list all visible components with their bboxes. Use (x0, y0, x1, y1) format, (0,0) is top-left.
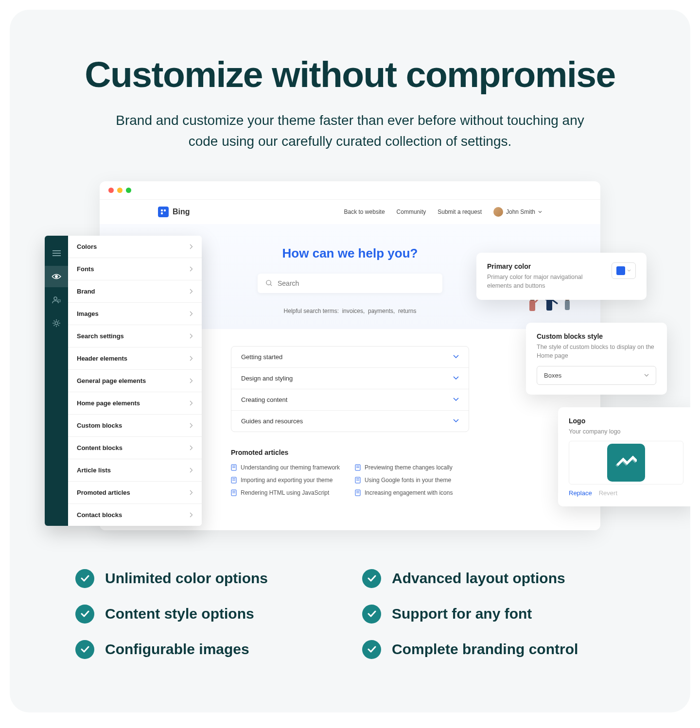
feature-list: Unlimited color options Advanced layout … (56, 569, 644, 659)
logo-icon (607, 444, 645, 482)
sidebar-item-home[interactable]: Home page elements (68, 392, 202, 415)
color-swatch (616, 266, 625, 275)
sidebar-item-images[interactable]: Images (68, 303, 202, 325)
document-icon (231, 489, 237, 496)
search-input[interactable] (258, 274, 442, 293)
user-name: John Smith (506, 208, 535, 215)
accordion-item[interactable]: Design and styling (231, 368, 469, 389)
sidebar-item-brand[interactable]: Brand (68, 280, 202, 303)
site-brand[interactable]: Bing (158, 207, 190, 217)
search-field[interactable] (278, 279, 435, 287)
page-title: Customize without compromise (56, 53, 644, 95)
article-link[interactable]: Previewing theme changes locally (355, 464, 469, 471)
feature-item: Advanced layout options (362, 569, 625, 588)
sidebar-item-colors[interactable]: Colors (68, 236, 202, 258)
sidebar-item-search[interactable]: Search settings (68, 325, 202, 347)
document-icon (231, 477, 237, 484)
setting-title: Logo (569, 417, 683, 425)
feature-item: Configurable images (75, 640, 338, 659)
marketing-card: Customize without compromise Brand and c… (10, 10, 690, 712)
page-subtitle: Brand and customize your theme faster th… (107, 110, 593, 152)
chevron-down-icon (627, 269, 631, 272)
sidebar-item-fonts[interactable]: Fonts (68, 258, 202, 280)
svg-rect-8 (529, 300, 535, 311)
promoted-title: Promoted articles (231, 449, 469, 456)
check-icon (362, 605, 381, 624)
rail-menu-icon[interactable] (45, 243, 68, 264)
nav-community[interactable]: Community (397, 208, 426, 215)
sidebar-item-promoted[interactable]: Promoted articles (68, 482, 202, 504)
setting-primary-color: Primary color Primary color for major na… (476, 253, 647, 300)
accordion-item[interactable]: Creating content (231, 389, 469, 411)
chevron-right-icon (190, 356, 193, 361)
window-min-dot[interactable] (117, 188, 122, 193)
svg-point-38 (54, 297, 57, 300)
feature-item: Content style options (75, 605, 338, 624)
sidebar-item-article[interactable]: Article lists (68, 459, 202, 482)
brand-name: Bing (173, 208, 190, 216)
setting-logo: Logo Your company logo Replace Revert (558, 407, 690, 506)
search-icon (265, 279, 273, 287)
sidebar-item-custom[interactable]: Custom blocks (68, 415, 202, 437)
article-link[interactable]: Understanding our theming framework (231, 464, 345, 471)
sidebar-item-content[interactable]: Content blocks (68, 437, 202, 459)
rail-gear-icon[interactable] (45, 312, 68, 334)
color-picker[interactable] (612, 262, 636, 279)
svg-rect-0 (161, 209, 163, 211)
revert-button[interactable]: Revert (599, 489, 617, 497)
feature-label: Configurable images (105, 641, 249, 658)
chevron-down-icon (453, 355, 459, 359)
article-link[interactable]: Using Google fonts in your theme (355, 477, 469, 484)
article-link[interactable]: Increasing engagement with icons (355, 489, 469, 496)
sidebar-item-general[interactable]: General page elements (68, 370, 202, 392)
article-link[interactable]: Rendering HTML using JavaScript (231, 489, 345, 496)
chevron-down-icon (453, 398, 459, 401)
accordion-item[interactable]: Getting started (231, 347, 469, 368)
sidebar-panel: Colors Fonts Brand Images Search setting… (68, 236, 202, 526)
document-icon (231, 464, 237, 471)
site-header: Bing Back to website Community Submit a … (100, 200, 600, 224)
window-max-dot[interactable] (126, 188, 131, 193)
chevron-down-icon (644, 374, 649, 377)
setting-title: Primary color (487, 262, 605, 270)
chevron-right-icon (190, 244, 193, 249)
setting-desc: Primary color for major navigational ele… (487, 273, 605, 290)
chevron-right-icon (190, 445, 193, 451)
sidebar-item-contact[interactable]: Contact blocks (68, 504, 202, 526)
svg-point-40 (55, 322, 58, 325)
user-menu[interactable]: John Smith (493, 207, 542, 217)
feature-label: Unlimited color options (105, 570, 268, 587)
svg-point-3 (266, 280, 271, 285)
rail-eye-icon[interactable] (45, 266, 68, 287)
accordion-item[interactable]: Guides and resources (231, 411, 469, 432)
rail-user-lock-icon[interactable] (45, 289, 68, 311)
svg-line-4 (270, 285, 272, 286)
chevron-down-icon (453, 376, 459, 380)
check-icon (75, 605, 94, 624)
promoted-articles: Promoted articles Understanding our them… (231, 449, 469, 496)
document-icon (355, 489, 361, 496)
replace-button[interactable]: Replace (569, 489, 592, 497)
article-link[interactable]: Importing and exporting your theme (231, 477, 345, 484)
sidebar-rail (45, 236, 68, 526)
chevron-right-icon (190, 400, 193, 406)
chevron-right-icon (190, 378, 193, 383)
settings-sidebar: Colors Fonts Brand Images Search setting… (45, 236, 202, 526)
nav-back[interactable]: Back to website (344, 208, 385, 215)
sidebar-item-header[interactable]: Header elements (68, 347, 202, 370)
setting-custom-blocks: Custom blocks style The style of custom … (526, 323, 667, 395)
svg-point-37 (55, 275, 58, 278)
check-icon (75, 640, 94, 659)
chevron-right-icon (190, 266, 193, 272)
feature-item: Complete branding control (362, 640, 625, 659)
chevron-down-icon (453, 419, 459, 423)
check-icon (362, 569, 381, 588)
feature-label: Content style options (105, 606, 254, 622)
window-close-dot[interactable] (108, 188, 114, 193)
check-icon (362, 640, 381, 659)
feature-label: Advanced layout options (392, 570, 565, 587)
select-input[interactable]: Boxes (537, 366, 656, 385)
svg-rect-1 (164, 209, 166, 211)
nav-submit[interactable]: Submit a request (438, 208, 482, 215)
logo-preview (569, 441, 683, 485)
